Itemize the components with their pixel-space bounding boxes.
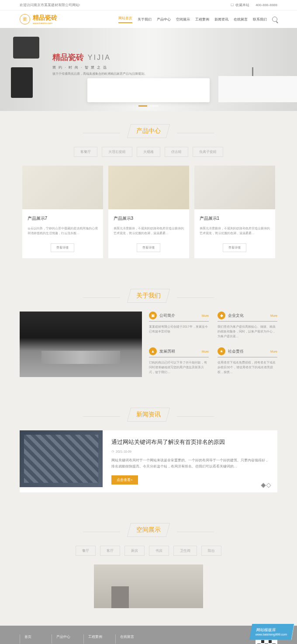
nav-contact[interactable]: 联系我们 (253, 17, 267, 22)
footer-link[interactable]: 首页 (20, 634, 38, 644)
bookmark-link[interactable]: 收藏本站 (235, 3, 249, 7)
bookmark-icon: ☐ (231, 3, 234, 7)
watermark: 网站模板库 www.baisheng999.com (249, 624, 294, 640)
product-card[interactable]: 产品展示1 表面光泽度极佳，不规则的纹路和色差营造出极佳的艺术观觉，简洁优雅的色… (194, 166, 275, 258)
product-card[interactable]: 产品展示3 表面光泽度极佳，不规则的纹路和色差营造出极佳的艺术观觉，简洁优雅的色… (108, 166, 189, 258)
more-link[interactable]: More (202, 350, 209, 353)
tab-living[interactable]: 客餐厅 (74, 147, 97, 157)
tab-marble[interactable]: 大理石瓷砖 (102, 147, 132, 157)
about-image (20, 312, 142, 377)
news-next-button[interactable] (266, 483, 271, 488)
product-title: 产品展示1 (200, 215, 270, 222)
product-title: 产品展示7 (28, 215, 98, 222)
product-desc: 表面光泽度极佳，不规则的纹路和色差营造出极佳的艺术观觉，简洁优雅的色调，温温柔柔… (200, 226, 270, 238)
product-desc: 表面光泽度极佳，不规则的纹路和色差营造出极佳的艺术观觉，简洁优雅的色调，温温柔柔… (114, 226, 184, 238)
news-prev-button[interactable] (261, 483, 266, 488)
history-icon: ▲ (149, 347, 157, 355)
tab-ion[interactable]: 负离子瓷砖 (193, 147, 223, 157)
hero-tagline: 简 约 · 时 尚 · 智 慧 之 选 (52, 65, 147, 70)
products-section-title: 产品中心 (0, 111, 297, 147)
hero-desc: 致力于传播高优品质，高端美感集合的欧洲精品家居产品与品牌规划。 (52, 72, 147, 76)
nav-home[interactable]: 网站首页 (118, 16, 132, 23)
news-card: 通过网站关键词布局了解没有首页排名的原因 ◷ 2021-10-09 网站关键词布… (20, 430, 277, 492)
nav-message[interactable]: 在线留言 (234, 17, 248, 22)
tab-bathroom[interactable]: 卫生间 (173, 546, 197, 556)
space-tabs: 餐厅 客厅 厨房 书房 卫生间 阳台 (0, 546, 297, 556)
space-section-title: 空间展示 (0, 510, 297, 546)
carousel-dots (138, 105, 159, 107)
about-info-grid: ▣ 公司简介 More 某某建材有限公司创建于2017年，发展至今已有超丰富经验… (149, 312, 277, 377)
more-link[interactable]: More (202, 314, 209, 317)
about-section-title: 关于我们 (0, 276, 297, 312)
hero-banner: 精品瓷砖 YIJIA 简 约 · 时 尚 · 智 慧 之 选 致力于传播高优品质… (0, 28, 297, 111)
footer-link[interactable]: 产品中心 (52, 634, 70, 644)
dot-2[interactable] (150, 105, 159, 107)
header: 瓷 精品瓷砖 www.baishn.com 网站首页 关于我们 产品中心 空间展… (0, 10, 297, 28)
tab-living-room[interactable]: 客厅 (100, 546, 120, 556)
footer-links: 首页 产品中心 工程案例 在线留言 关于我们 空间展示 新闻资讯 联系我们 (20, 634, 134, 644)
footer-link[interactable]: 在线留言 (115, 634, 134, 644)
topbar: 欢迎访问南京市某某建材有限公司网站! ☐ 收藏本站 400-888-8888 (0, 0, 297, 10)
about-responsibility[interactable]: ★ 社会责任 More 使用者在下域名免费授权，持有者名下域名步校后30个，请使… (218, 347, 277, 377)
news-date: ◷ 2021-10-09 (111, 450, 269, 453)
nav-news[interactable]: 新闻资讯 (214, 17, 228, 22)
more-link[interactable]: More (270, 314, 277, 317)
dot-1[interactable] (138, 105, 147, 107)
logo-text: 精品瓷砖 (33, 14, 57, 22)
nav-about[interactable]: 关于我们 (138, 17, 152, 22)
nav-cases[interactable]: 工程案例 (195, 17, 209, 22)
logo-icon: 瓷 (20, 14, 30, 24)
hotline: 400-888-8888 (256, 3, 277, 7)
clock-icon: ◷ (111, 450, 114, 453)
product-title: 产品展示3 (114, 215, 184, 222)
search-icon[interactable] (272, 17, 277, 22)
news-section-title: 新闻资讯 (0, 395, 297, 430)
nav-space[interactable]: 空间展示 (176, 17, 190, 22)
product-tabs: 客餐厅 大理石瓷砖 大规格 仿古砖 负离子瓷砖 (0, 147, 297, 157)
tab-antique[interactable]: 仿古砖 (165, 147, 188, 157)
product-detail-button[interactable]: 查看详情 (51, 243, 74, 252)
product-desc: 云石以白胜，宁静的山景中蕴藏的是淡然闲逸的心境和清静悠然的生活情趣，行云流水般… (28, 226, 98, 238)
logo[interactable]: 瓷 精品瓷砖 www.baishn.com (20, 14, 57, 24)
about-intro[interactable]: ▣ 公司简介 More 某某建材有限公司创建于2017年，发展至今已有超丰富经验 (149, 312, 209, 341)
more-link[interactable]: More (270, 350, 277, 353)
nav-products[interactable]: 产品中心 (157, 17, 171, 22)
tab-balcony[interactable]: 阳台 (201, 546, 221, 556)
footer-link[interactable]: 工程案例 (83, 634, 102, 644)
main-nav: 网站首页 关于我们 产品中心 空间展示 工程案例 新闻资讯 在线留言 联系我们 (118, 16, 277, 23)
space-image[interactable] (94, 564, 203, 608)
tab-kitchen[interactable]: 厨房 (124, 546, 145, 556)
product-image (194, 166, 275, 209)
about-history[interactable]: ▲ 发展历程 More 订购的商品已经可以下单了但不能付款，有问时请准确地填写您… (149, 347, 209, 377)
culture-icon: ◆ (218, 312, 225, 319)
tab-dining[interactable]: 餐厅 (76, 546, 96, 556)
product-card[interactable]: 产品展示7 云石以白胜，宁静的山景中蕴藏的是淡然闲逸的心境和清静悠然的生活情趣，… (22, 166, 103, 258)
hero-en: YIJIA (88, 54, 111, 61)
responsibility-icon: ★ (218, 347, 225, 355)
about-culture[interactable]: ◆ 企业文化 More 我们坚持为客户提供高效贴心、细致、精美的模板和服务，同时… (218, 312, 277, 341)
product-detail-button[interactable]: 查看详情 (223, 243, 246, 252)
tab-study[interactable]: 书房 (149, 546, 169, 556)
logo-sub: www.baishn.com (33, 22, 57, 24)
news-title[interactable]: 通过网站关键词布局了解没有首页排名的原因 (111, 438, 269, 446)
hero-brand: 精品瓷砖 (52, 52, 84, 62)
tab-large[interactable]: 大规格 (137, 147, 160, 157)
news-view-button[interactable]: 点击查看+ (111, 475, 138, 485)
product-grid: 产品展示7 云石以白胜，宁静的山景中蕴藏的是淡然闲逸的心境和清静悠然的生活情趣，… (20, 166, 277, 276)
news-image (20, 430, 103, 487)
welcome-text: 欢迎访问南京市某某建材有限公司网站! (20, 3, 80, 7)
news-desc: 网站关键词布局对于一个网站来说是非常重要的。一个好的布局等于一个好的建筑。只要内… (111, 457, 269, 469)
product-image (22, 166, 103, 209)
product-detail-button[interactable]: 查看详情 (137, 243, 160, 252)
product-image (108, 166, 189, 209)
intro-icon: ▣ (149, 312, 157, 319)
